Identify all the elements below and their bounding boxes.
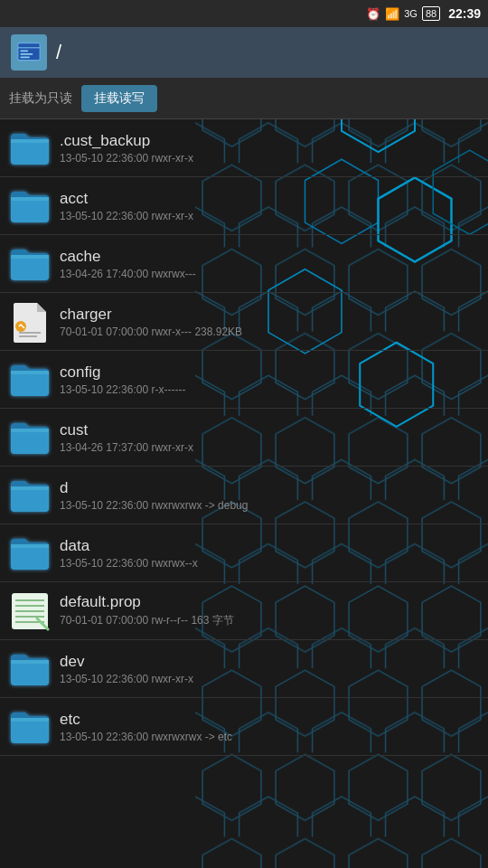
status-icons: ⏰ 📶 3G 88 22:39	[366, 6, 481, 21]
file-meta: 70-01-01 07:00:00 rw-r--r-- 163 字节	[60, 613, 479, 628]
file-name: cust	[60, 421, 479, 439]
battery-indicator: 88	[422, 6, 440, 21]
folder-icon	[9, 475, 51, 516]
file-meta: 13-05-10 22:36:00 rwxr-xr-x	[60, 152, 479, 165]
file-name: .cust_backup	[60, 132, 479, 150]
list-item[interactable]: dev 13-05-10 22:36:00 rwxr-xr-x	[0, 640, 488, 698]
file-meta: 13-05-10 22:36:00 rwxr-xr-x	[60, 210, 479, 222]
file-name: default.prop	[60, 593, 479, 611]
svg-rect-15	[20, 56, 30, 58]
list-item[interactable]: data 13-05-10 22:36:00 rwxrwx--x	[0, 524, 488, 582]
header: /	[0, 27, 488, 78]
list-item[interactable]: config 13-05-10 22:36:00 r-x------	[0, 351, 488, 409]
mount-readwrite-button[interactable]: 挂载读写	[81, 85, 157, 112]
file-meta: 13-05-10 22:36:00 rwxrwxrwx -> etc	[60, 731, 479, 743]
file-meta: 13-04-26 17:37:00 rwxr-xr-x	[60, 441, 479, 454]
prop-icon	[9, 590, 51, 632]
toolbar: 挂载为只读 挂载读写	[0, 78, 488, 119]
file-name: cache	[60, 248, 479, 266]
folder-icon	[9, 648, 51, 690]
list-item[interactable]: .cust_backup 13-05-10 22:36:00 rwxr-xr-x	[0, 119, 488, 177]
list-item[interactable]: etc 13-05-10 22:36:00 rwxrwxrwx -> etc	[0, 698, 488, 756]
folder-icon	[9, 417, 51, 458]
folder-icon	[9, 706, 51, 748]
file-meta: 13-05-10 22:36:00 rwxr-xr-x	[60, 673, 479, 685]
folder-icon	[9, 185, 51, 227]
file-name: dev	[60, 653, 479, 671]
signal-icon: 3G	[404, 8, 418, 19]
list-item[interactable]: cache 13-04-26 17:40:00 rwxrwx---	[0, 235, 488, 293]
folder-icon	[9, 127, 51, 169]
svg-rect-13	[20, 50, 28, 52]
file-meta: 13-05-10 22:36:00 r-x------	[60, 383, 479, 396]
list-item[interactable]: charger 70-01-01 07:00:00 rwxr-x--- 238.…	[0, 293, 488, 351]
list-item[interactable]: default.prop 70-01-01 07:00:00 rw-r--r--…	[0, 582, 488, 640]
list-item[interactable]: cust 13-04-26 17:37:00 rwxr-xr-x	[0, 409, 488, 467]
folder-icon	[9, 359, 51, 401]
file-name: etc	[60, 711, 479, 729]
app-icon	[11, 34, 47, 71]
file-name: d	[60, 479, 479, 497]
file-list: .cust_backup 13-05-10 22:36:00 rwxr-xr-x…	[0, 119, 488, 868]
file-name: acct	[60, 190, 479, 208]
file-meta: 13-05-10 22:36:00 rwxrwxrwx -> debug	[60, 499, 479, 512]
folder-icon	[9, 243, 51, 285]
folder-icon	[9, 533, 51, 574]
list-item[interactable]: d 13-05-10 22:36:00 rwxrwxrwx -> debug	[0, 467, 488, 524]
file-name: config	[60, 363, 479, 382]
file-name: data	[60, 537, 479, 555]
mount-readonly-label: 挂载为只读	[9, 90, 72, 107]
svg-point-16	[15, 321, 26, 332]
file-icon	[9, 301, 51, 343]
file-meta: 13-05-10 22:36:00 rwxrwx--x	[60, 557, 479, 570]
file-name: charger	[60, 306, 479, 324]
svg-rect-14	[20, 53, 33, 55]
wifi-icon: 📶	[385, 7, 399, 21]
clock-icon: ⏰	[366, 7, 380, 21]
file-meta: 13-04-26 17:40:00 rwxrwx---	[60, 268, 479, 280]
current-path: /	[56, 41, 61, 64]
status-bar: ⏰ 📶 3G 88 22:39	[0, 0, 488, 27]
list-item[interactable]: acct 13-05-10 22:36:00 rwxr-xr-x	[0, 177, 488, 235]
file-meta: 70-01-01 07:00:00 rwxr-x--- 238.92KB	[60, 326, 479, 338]
status-time: 22:39	[448, 6, 481, 21]
